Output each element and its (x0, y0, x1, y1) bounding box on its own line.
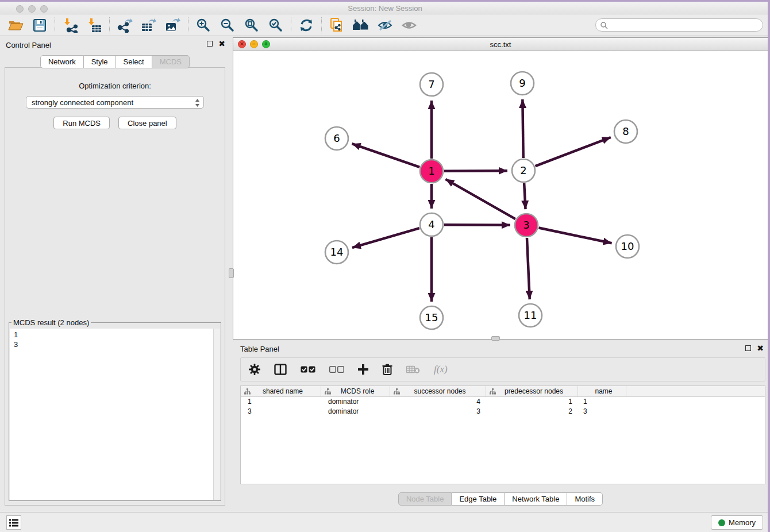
graph-node-11[interactable]: 11 (519, 304, 542, 327)
table-settings-button[interactable] (249, 364, 260, 375)
edge-3-11[interactable] (527, 238, 530, 299)
show-hidden-button[interactable] (397, 16, 421, 34)
search-input[interactable] (610, 21, 763, 29)
close-panel-button[interactable]: Close panel (118, 117, 176, 129)
show-all-button[interactable] (349, 16, 373, 34)
horizontal-splitter-handle[interactable] (491, 336, 500, 341)
hide-selected-button[interactable] (373, 16, 397, 34)
edge-2-8[interactable] (536, 137, 611, 166)
table-cell[interactable]: 3 (241, 407, 321, 417)
column-header-successor-nodes[interactable]: successor nodes (390, 386, 486, 396)
edge-1-6[interactable] (352, 144, 419, 167)
task-history-button[interactable] (6, 515, 21, 530)
memory-button[interactable]: Memory (711, 515, 763, 530)
graph-node-1[interactable]: 1 (420, 160, 443, 183)
edge-3-1[interactable] (445, 179, 515, 219)
search-field[interactable] (595, 18, 763, 32)
zoom-out-icon (220, 18, 235, 33)
svg-text:11: 11 (524, 309, 537, 321)
tab-edge-table[interactable]: Edge Table (452, 492, 505, 506)
deselect-all-columns-button[interactable] (329, 366, 344, 373)
network-graph-canvas[interactable]: 1234678910111415 (233, 51, 768, 339)
graph-node-15[interactable]: 15 (420, 306, 443, 329)
column-header-name[interactable]: name (578, 386, 626, 396)
table-cell[interactable]: 1 (241, 397, 321, 407)
optimization-criterion-value: strongly connected component (32, 98, 133, 107)
function-builder-button[interactable]: f(x) (434, 364, 448, 375)
zoom-out-button[interactable] (215, 16, 240, 34)
float-table-panel-icon[interactable] (745, 345, 751, 351)
graph-node-10[interactable]: 10 (616, 235, 639, 258)
graph-node-9[interactable]: 9 (511, 72, 534, 95)
edge-1-2[interactable] (444, 171, 507, 171)
run-mcds-button[interactable]: Run MCDS (53, 117, 110, 129)
graph-node-7[interactable]: 7 (420, 73, 443, 96)
control-panel-header: Control Panel ✖ (0, 37, 230, 52)
edge-4-14[interactable] (352, 228, 419, 248)
column-header-shared-name[interactable]: shared name (241, 386, 321, 396)
export-image-button[interactable] (161, 16, 185, 34)
tab-network-table[interactable]: Network Table (505, 492, 567, 506)
graph-node-6[interactable]: 6 (325, 127, 348, 150)
graph-node-4[interactable]: 4 (420, 213, 443, 236)
edge-4-3[interactable] (444, 225, 510, 225)
refresh-view-button[interactable] (294, 16, 318, 34)
import-network-button[interactable] (58, 16, 82, 34)
table-body: 1dominator4113dominator323 (241, 397, 765, 417)
export-network-button[interactable] (113, 16, 137, 34)
table-cell[interactable]: 3 (390, 407, 486, 417)
table-cell[interactable]: 1 (578, 397, 626, 407)
close-table-panel-icon[interactable]: ✖ (757, 345, 764, 351)
graph-node-2[interactable]: 2 (512, 159, 535, 182)
trash-icon (382, 364, 392, 375)
open-file-button[interactable] (3, 16, 28, 34)
table-panel-header: Table Panel ✖ (233, 342, 768, 356)
add-column-button[interactable] (358, 364, 368, 375)
graph-node-8[interactable]: 8 (614, 120, 637, 143)
table-row[interactable]: 3dominator323 (241, 407, 765, 417)
float-panel-icon[interactable] (207, 41, 213, 47)
mcds-result-list[interactable]: 13 (10, 329, 220, 500)
tab-node-table[interactable]: Node Table (398, 492, 452, 506)
close-panel-icon[interactable]: ✖ (218, 41, 225, 47)
edge-3-10[interactable] (539, 228, 612, 244)
table-cell[interactable]: dominator (321, 397, 390, 407)
zoom-in-button[interactable] (191, 16, 215, 34)
graph-node-3[interactable]: 3 (515, 214, 538, 237)
import-table-button[interactable] (82, 16, 106, 34)
split-table-view-button[interactable] (274, 364, 287, 375)
graph-node-14[interactable]: 14 (325, 241, 348, 264)
export-table-button[interactable] (137, 16, 161, 34)
tab-network[interactable]: Network (40, 55, 84, 68)
table-cell[interactable]: 2 (486, 407, 578, 417)
table-cell[interactable]: 4 (390, 397, 486, 407)
tab-style[interactable]: Style (84, 55, 116, 68)
table-row[interactable]: 1dominator411 (241, 397, 765, 407)
optimization-criterion-select[interactable]: strongly connected component (26, 96, 204, 109)
split-columns-icon (274, 364, 287, 375)
desktop-frame-top (0, 0, 770, 2)
plus-icon (358, 364, 368, 375)
column-header-predecessor-nodes[interactable]: predecessor nodes (486, 386, 578, 396)
table-cell[interactable]: 1 (486, 397, 578, 407)
delete-table-button[interactable] (406, 365, 420, 374)
zoom-selected-button[interactable] (264, 16, 288, 34)
tab-mcds[interactable]: MCDS (152, 55, 190, 68)
edge-2-3[interactable] (524, 183, 525, 209)
mcds-result-item[interactable]: 3 (14, 340, 209, 349)
vertical-splitter-handle[interactable] (229, 268, 234, 278)
zoom-fit-button[interactable] (240, 16, 264, 34)
table-cell[interactable]: 3 (578, 407, 626, 417)
tab-select[interactable]: Select (116, 55, 152, 68)
result-scrollbar[interactable] (213, 329, 220, 500)
table-cell[interactable]: dominator (321, 407, 390, 417)
column-header-mcds-role[interactable]: MCDS role (321, 386, 390, 396)
mcds-result-item[interactable]: 1 (14, 330, 209, 340)
save-session-button[interactable] (28, 16, 52, 34)
tab-motifs[interactable]: Motifs (567, 492, 603, 506)
control-panel-tabs: NetworkStyleSelectMCDS (0, 55, 230, 68)
select-all-columns-button[interactable] (301, 366, 315, 373)
edge-2-9[interactable] (522, 99, 523, 158)
delete-columns-button[interactable] (382, 364, 392, 375)
network-from-selection-button[interactable] (325, 16, 349, 34)
